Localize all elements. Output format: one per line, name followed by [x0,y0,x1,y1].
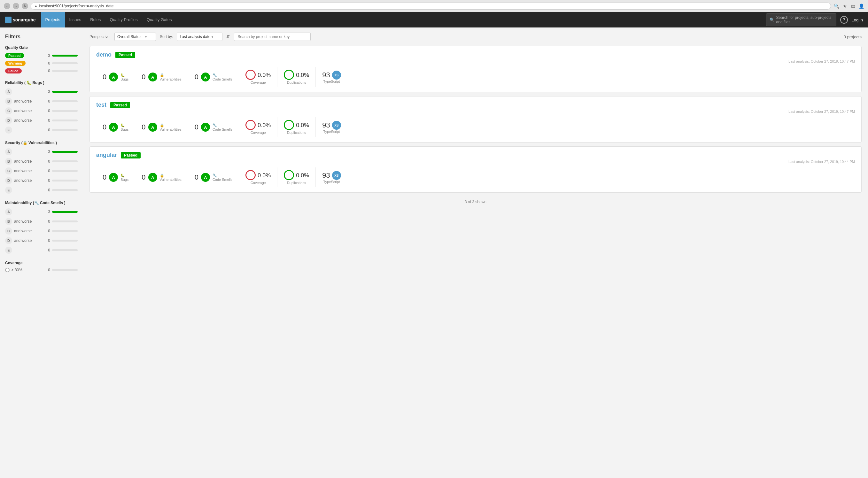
sec-grade-a[interactable]: A [5,148,12,155]
grade-a-badge[interactable]: A [5,88,12,95]
project-name-demo[interactable]: demo [96,52,112,58]
nav-projects[interactable]: Projects [41,12,65,28]
project-name-angular[interactable]: angular [96,152,117,158]
sec-grade-d[interactable]: D [5,177,12,184]
quality-gate-section: Quality Gate Passed 3 Warning 0 Failed 0 [5,45,78,74]
bugs-value-demo: 0 [102,73,106,81]
qg-failed-badge[interactable]: Failed [5,68,22,73]
projects-count: 3 projects [844,34,862,39]
grade-e-badge[interactable]: E [5,127,12,133]
qg-warning-bar [52,62,78,64]
bugs-grade-test: A [109,123,118,132]
lang-badge-demo: XS [332,71,341,79]
navbar: sonarqube Projects Issues Rules Quality … [0,12,868,28]
qg-passed-row: Passed 3 [5,53,78,59]
global-search[interactable]: 🔍 Search for projects, sub-projects and … [766,13,836,26]
coverage-circle-test [245,120,256,130]
metric-bugs-demo: 0 A 🐛 Bugs [96,70,135,84]
lines-value-angular: 93 [322,171,330,180]
coverage-pct-angular: 0.0% [257,172,271,179]
reliability-b-label: and worse [14,99,32,103]
sec-grade-c[interactable]: C [5,167,12,174]
metric-vuln-angular: 0 A 🔒 Vulnerabilities [135,170,188,184]
nav-rules[interactable]: Rules [86,12,105,28]
maint-grade-c[interactable]: C [5,227,12,234]
security-a-row: A 3 [5,148,78,156]
vuln-value-demo: 0 [142,73,146,81]
search-icon[interactable]: 🔍 [834,3,839,9]
smells-grade-angular: A [201,173,210,182]
top-controls: Perspective: Overall Status ▾ Sort by: L… [90,33,862,41]
project-name-test[interactable]: test [96,102,106,108]
reliability-b-count: 0 [45,99,50,103]
qg-passed-badge[interactable]: Passed [5,53,24,58]
bugs-label-demo: 🐛 Bugs [121,73,128,81]
sort-arrow: ▾ [212,35,213,39]
coverage-radio[interactable] [5,268,9,272]
project-metrics-test: 0 A 🐛 Bugs 0 A 🔒 Vulnerabilities [96,117,855,137]
sec-grade-b[interactable]: B [5,158,12,165]
shown-count: 3 of 3 shown [90,196,862,208]
url-bar[interactable]: ● localhost:9001/projects?sort=-analysis… [31,3,831,9]
project-card-demo: demo Passed Last analysis: October 27, 2… [90,46,862,92]
perspective-dropdown[interactable]: Overall Status ▾ [115,33,156,41]
bugs-label-test: 🐛 Bugs [121,123,128,131]
sort-dropdown[interactable]: Last analysis date ▾ [177,33,222,41]
back-button[interactable]: ← [4,3,10,9]
smells-label-demo: 🔧 Code Smells [213,73,232,81]
reliability-a-count: 3 [45,90,50,94]
maint-grade-a[interactable]: A [5,208,12,215]
reliability-c-row: C and worse 0 [5,107,78,115]
project-status-demo: Passed [115,52,135,58]
project-status-angular: Passed [121,152,141,158]
metric-vuln-demo: 0 A 🔒 Vulnerabilities [135,70,188,84]
maint-grade-e[interactable]: E [5,247,12,254]
vuln-value-test: 0 [142,123,146,131]
sec-grade-e[interactable]: E [5,187,12,194]
metric-lang-demo: 93 XS TypeScript [316,68,347,86]
nav-quality-profiles[interactable]: Quality Profiles [105,12,142,28]
dup-pct-test: 0.0% [296,122,309,129]
coverage-label: ≥ 80% [11,268,22,272]
project-search-input[interactable] [234,33,311,41]
security-c-row: C and worse 0 [5,167,78,175]
project-header-demo: demo Passed [96,52,855,58]
maint-grade-b[interactable]: B [5,218,12,225]
qg-warning-badge[interactable]: Warning [5,61,26,66]
project-header-angular: angular Passed [96,152,855,158]
login-link[interactable]: Log in [852,18,863,22]
bugs-value-test: 0 [102,123,106,131]
sidebar: Filters Quality Gate Passed 3 Warning 0 [0,28,83,478]
grade-c-badge[interactable]: C [5,107,12,115]
vuln-value-angular: 0 [142,173,146,182]
bookmark-icon[interactable]: ★ [842,3,847,9]
metric-lang-test: 93 XS TypeScript [316,118,347,136]
grade-b-badge[interactable]: B [5,98,12,105]
smells-label-angular: 🔧 Code Smells [213,173,232,182]
qg-failed-bar [52,70,78,72]
profile-icon[interactable]: 👤 [859,3,864,9]
metric-coverage-demo: 0.0% Coverage [239,67,277,87]
perspective-value: Overall Status [117,34,141,39]
smells-value-angular: 0 [195,173,198,182]
project-status-test: Passed [110,102,130,108]
dup-pct-demo: 0.0% [296,72,309,78]
sort-direction-icon[interactable]: ⇵ [226,34,230,39]
sort-value: Last analysis date [180,34,210,39]
extension-icon[interactable]: ▤ [850,3,856,9]
nav-issues[interactable]: Issues [65,12,86,28]
nav-quality-gates[interactable]: Quality Gates [142,12,177,28]
grade-d-badge[interactable]: D [5,117,12,124]
logo-text: sonarqube [13,17,36,22]
vuln-grade-demo: A [148,72,157,82]
forward-button[interactable]: → [13,3,19,9]
security-title: Security (🔒 Vulnerabilities ) [5,140,78,145]
search-icon: 🔍 [770,18,774,22]
maint-grade-d[interactable]: D [5,237,12,244]
qg-failed-count: 0 [45,69,50,73]
dup-circle-angular [284,170,294,180]
browser-bar: ← → ↻ ● localhost:9001/projects?sort=-an… [0,0,868,12]
reload-button[interactable]: ↻ [22,3,28,9]
project-date-demo: Last analysis: October 27, 2019, 10:47 P… [96,59,855,63]
help-button[interactable]: ? [840,16,848,24]
